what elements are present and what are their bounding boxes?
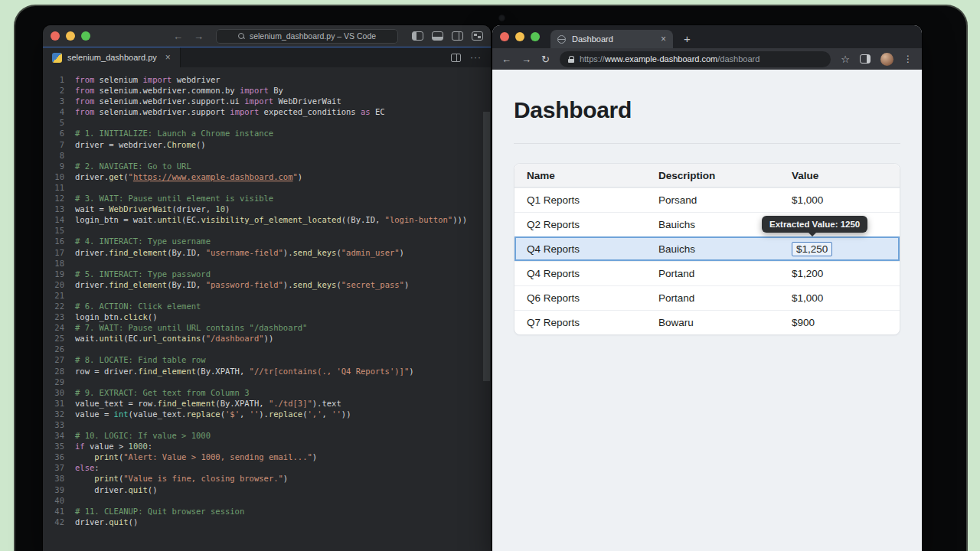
minimize-window-button[interactable] — [515, 32, 524, 41]
code-text: driver.get("https://www.example-dashboar… — [64, 171, 302, 182]
bookmark-star-icon[interactable]: ☆ — [841, 54, 850, 65]
line-number: 29 — [43, 377, 64, 387]
reload-button[interactable]: ↻ — [541, 54, 550, 65]
code-line: 6# 1. INITIALIZE: Launch a Chrome instan… — [43, 128, 491, 139]
address-bar[interactable]: https://www.example-dashboard.com/dashbo… — [560, 51, 831, 67]
extracted-value-box[interactable]: $1,250 — [792, 242, 832, 256]
line-number: 10 — [43, 171, 64, 182]
new-tab-button[interactable]: + — [684, 32, 691, 45]
forward-button[interactable]: → — [521, 54, 531, 65]
back-button[interactable]: ← — [501, 54, 511, 65]
line-number: 34 — [43, 430, 64, 441]
code-text — [64, 290, 75, 301]
code-line: 24# 7. WAIT: Pause until URL contains "/… — [43, 322, 491, 333]
webcam-icon — [498, 15, 505, 21]
code-text: # 5. INTERACT: Type password — [64, 269, 211, 279]
customize-layout-icon[interactable] — [472, 31, 483, 41]
line-number: 2 — [43, 85, 64, 96]
code-text: row = driver.find_element(By.XPATH, "//t… — [64, 366, 414, 377]
close-window-button[interactable] — [51, 31, 60, 41]
column-header: Description — [646, 170, 779, 181]
code-line: 4from selenium.webdriver.support import … — [43, 106, 491, 117]
line-number: 40 — [43, 495, 64, 506]
code-line: 36 print("Alert: Value > 1000, sending e… — [43, 452, 491, 462]
code-text — [64, 150, 75, 161]
table-row[interactable]: Q7 ReportsBowaru$900 — [514, 310, 900, 334]
side-panel-icon[interactable] — [860, 54, 871, 64]
code-line: 18 — [43, 258, 491, 269]
zoom-window-button[interactable] — [81, 31, 90, 41]
code-line: 31value_text = row.find_element(By.XPATH… — [43, 398, 491, 409]
code-line: 39 driver.quit() — [43, 484, 491, 495]
line-number: 18 — [43, 258, 64, 269]
table-row-selected[interactable]: Q4 ReportsBauichs$1,250 — [514, 236, 900, 261]
browser-menu-icon[interactable]: ⋮ — [903, 54, 913, 64]
tab-selenium-dashboard[interactable]: selenium_dashboard.py × — [43, 47, 181, 67]
code-line: 11 — [43, 182, 491, 193]
code-line: 40 — [43, 495, 491, 506]
command-center-search[interactable]: selenium_dashboard.py – VS Code — [216, 29, 398, 44]
code-line: 19# 5. INTERACT: Type password — [43, 269, 491, 279]
table-cell-description: Bauichs — [646, 219, 779, 230]
browser-toolbar: ← → ↻ https://www.example-dashboard.com/… — [492, 48, 922, 70]
line-number: 12 — [43, 193, 64, 204]
history-back-button[interactable]: ← — [173, 31, 183, 42]
code-text — [64, 377, 75, 387]
table-row[interactable]: Q1 ReportsPorsand$1,000 — [514, 187, 900, 212]
table-body: Q1 ReportsPorsand$1,000Q2 ReportsBauichs… — [514, 187, 900, 334]
line-number: 25 — [43, 333, 64, 344]
line-number: 27 — [43, 354, 64, 365]
window-controls — [500, 32, 540, 41]
editor-scrollbar[interactable] — [483, 112, 490, 381]
code-text: driver = webdriver.Chrome() — [64, 139, 206, 150]
column-header: Name — [514, 170, 646, 181]
code-text: from selenium import webdriver — [64, 74, 220, 85]
code-line: 26 — [43, 344, 491, 354]
line-number: 14 — [43, 214, 64, 225]
code-line: 15 — [43, 225, 491, 236]
code-text: # 4. INTERACT: Type username — [64, 236, 211, 246]
table-cell-name: Q1 Reports — [514, 194, 646, 206]
page-title: Dashboard — [492, 70, 922, 123]
more-actions-icon[interactable]: ··· — [470, 52, 482, 63]
toggle-secondary-sidebar-icon[interactable] — [452, 31, 463, 41]
table-cell-value: $1,250 — [779, 242, 900, 256]
table-cell-description: Portand — [646, 292, 779, 304]
extracted-value-tooltip: Extracted Value: 1250 — [762, 216, 867, 233]
code-text: # 6. ACTION: Click element — [64, 301, 201, 311]
close-window-button[interactable] — [500, 32, 509, 41]
line-number: 9 — [43, 161, 64, 171]
code-line: 41# 11. CLEANUP: Quit browser session — [43, 506, 491, 517]
line-number: 8 — [43, 150, 64, 161]
window-controls — [51, 31, 90, 41]
code-text: if value > 1000: — [64, 441, 152, 452]
split-editor-icon[interactable] — [451, 54, 461, 62]
table-cell-description: Porsand — [646, 194, 779, 206]
browser-tab-dashboard[interactable]: Dashboard × — [550, 30, 673, 48]
code-line: 30# 9. EXTRACT: Get text from Column 3 — [43, 387, 491, 398]
table-cell-name: Q7 Reports — [514, 317, 646, 328]
close-tab-icon[interactable]: × — [661, 34, 666, 44]
line-number: 24 — [43, 322, 64, 333]
profile-avatar[interactable] — [880, 53, 893, 66]
table-row[interactable]: Q4 ReportsPortand$1,200 — [514, 261, 900, 285]
browser-tabstrip: Dashboard × + — [492, 25, 922, 48]
code-line: 28row = driver.find_element(By.XPATH, "/… — [43, 366, 491, 377]
code-editor[interactable]: 1from selenium import webdriver2from sel… — [43, 67, 491, 551]
toggle-panel-icon[interactable] — [432, 31, 443, 41]
code-text: # 8. LOCATE: Find table row — [64, 354, 206, 365]
toggle-sidebar-icon[interactable] — [412, 31, 423, 41]
code-line: 29 — [43, 377, 491, 387]
history-forward-button[interactable]: → — [194, 31, 204, 42]
code-line: 10driver.get("https://www.example-dashbo… — [43, 171, 491, 182]
python-file-icon — [52, 53, 62, 63]
line-number: 28 — [43, 366, 64, 377]
table-row[interactable]: Q6 ReportsPortand$1,000 — [514, 285, 900, 310]
zoom-window-button[interactable] — [531, 32, 540, 41]
close-tab-icon[interactable]: × — [165, 52, 171, 63]
code-text: login_btn.click() — [64, 311, 157, 322]
minimize-window-button[interactable] — [66, 31, 75, 41]
code-line: 7driver = webdriver.Chrome() — [43, 139, 491, 150]
code-text: driver.find_element(By.ID, "username-fie… — [64, 247, 404, 258]
code-text: wait = WebDriverWait(driver, 10) — [64, 204, 230, 214]
